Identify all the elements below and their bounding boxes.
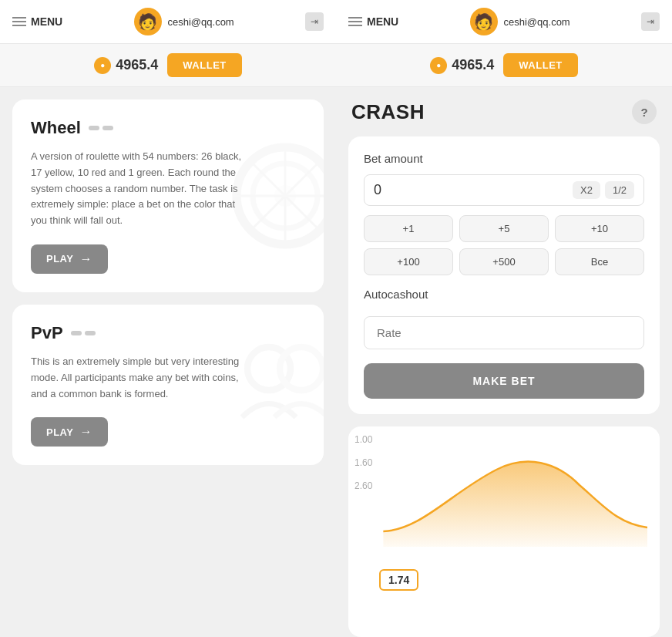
bet-amount-label: Bet amount	[364, 152, 644, 165]
crash-title: CRASH	[351, 100, 425, 124]
quick-buttons-grid: +1 +5 +10 +100 +500 Все	[364, 215, 644, 275]
right-panel: MENU 🧑 ceshi@qq.com ⇥ ● 4965.4 WALLET CR…	[336, 0, 672, 637]
bet-panel: Bet amount X2 1/2 +1 +5 +10 +100 +500 Вс…	[348, 136, 660, 414]
left-avatar: 🧑	[134, 8, 162, 35]
wheel-description: A version of roulette with 54 numbers: 2…	[31, 149, 247, 229]
left-balance-bar: ● 4965.4 WALLET	[0, 44, 336, 87]
chart-label-1: 1.00	[354, 434, 372, 445]
chart-label-3: 2.60	[354, 480, 372, 491]
autocashout-section: Autocashout	[364, 288, 644, 349]
right-menu-label: MENU	[367, 15, 398, 28]
crash-help-button[interactable]: ?	[632, 99, 657, 124]
crash-header: CRASH ?	[336, 87, 672, 130]
chart-current-value: 1.74	[379, 569, 418, 591]
left-user-info: 🧑 ceshi@qq.com	[134, 8, 234, 35]
right-header: MENU 🧑 ceshi@qq.com ⇥	[336, 0, 672, 44]
left-menu-button[interactable]: MENU	[12, 15, 62, 28]
quick-btn-100[interactable]: +100	[364, 248, 453, 275]
left-panel: MENU 🧑 ceshi@qq.com ⇥ ● 4965.4 WALLET	[0, 0, 336, 637]
wheel-card-bg-icon	[231, 142, 324, 250]
right-user-info: 🧑 ceshi@qq.com	[470, 8, 570, 35]
pvp-badge	[71, 331, 96, 335]
svg-point-8	[280, 347, 323, 390]
quick-btn-10[interactable]: +10	[555, 215, 644, 242]
crash-chart	[361, 447, 647, 547]
right-logout-icon[interactable]: ⇥	[641, 12, 660, 31]
right-balance-value: 4965.4	[452, 57, 494, 73]
chart-labels: 1.00 1.60 2.60	[354, 434, 372, 491]
right-avatar: 🧑	[470, 8, 498, 35]
wheel-card: Wheel A version of roulette with 54 numb…	[12, 99, 324, 292]
quick-btn-500[interactable]: +500	[459, 248, 549, 275]
wheel-play-arrow-icon: →	[79, 252, 92, 266]
right-coin-icon: ●	[430, 57, 447, 74]
right-menu-icon	[348, 17, 362, 26]
quick-btn-1[interactable]: +1	[364, 215, 453, 242]
quick-btn-5[interactable]: +5	[459, 215, 549, 242]
left-header: MENU 🧑 ceshi@qq.com ⇥	[0, 0, 336, 44]
chart-area: 1.00 1.60 2.60 1.74	[348, 426, 660, 637]
bet-input-row: X2 1/2	[364, 174, 644, 206]
left-menu-label: MENU	[31, 15, 62, 28]
left-menu-icon	[12, 17, 26, 26]
pvp-card: PvP This is an extremely simple but very…	[12, 305, 324, 465]
bet-input[interactable]	[374, 182, 568, 198]
x2-button[interactable]: X2	[573, 181, 600, 199]
wheel-play-button[interactable]: PLAY →	[31, 244, 108, 274]
pvp-card-bg-icon	[231, 331, 324, 439]
wheel-title: Wheel	[31, 118, 305, 138]
right-balance-bar: ● 4965.4 WALLET	[336, 44, 672, 87]
left-wallet-button[interactable]: WALLET	[167, 53, 241, 77]
chart-label-2: 1.60	[354, 457, 372, 468]
left-user-email: ceshi@qq.com	[168, 16, 234, 28]
left-games-container: Wheel A version of roulette with 54 numb…	[0, 87, 336, 637]
left-balance-amount: ● 4965.4	[94, 57, 158, 74]
pvp-play-arrow-icon: →	[79, 425, 92, 439]
pvp-play-button[interactable]: PLAY →	[31, 417, 108, 447]
left-balance-value: 4965.4	[116, 57, 158, 73]
rate-input[interactable]	[364, 316, 644, 349]
right-menu-button[interactable]: MENU	[348, 15, 398, 28]
make-bet-button[interactable]: MAKE BET	[364, 363, 644, 399]
left-coin-icon: ●	[94, 57, 111, 74]
right-wallet-button[interactable]: WALLET	[503, 53, 577, 77]
left-logout-icon[interactable]: ⇥	[305, 12, 324, 31]
right-user-email: ceshi@qq.com	[504, 16, 570, 28]
pvp-description: This is an extremely simple but very int…	[31, 354, 247, 402]
quick-btn-all[interactable]: Все	[555, 248, 644, 275]
right-balance-amount: ● 4965.4	[430, 57, 494, 74]
wheel-badge	[89, 126, 113, 130]
half-button[interactable]: 1/2	[605, 181, 634, 199]
autocashout-label: Autocashout	[364, 288, 644, 301]
